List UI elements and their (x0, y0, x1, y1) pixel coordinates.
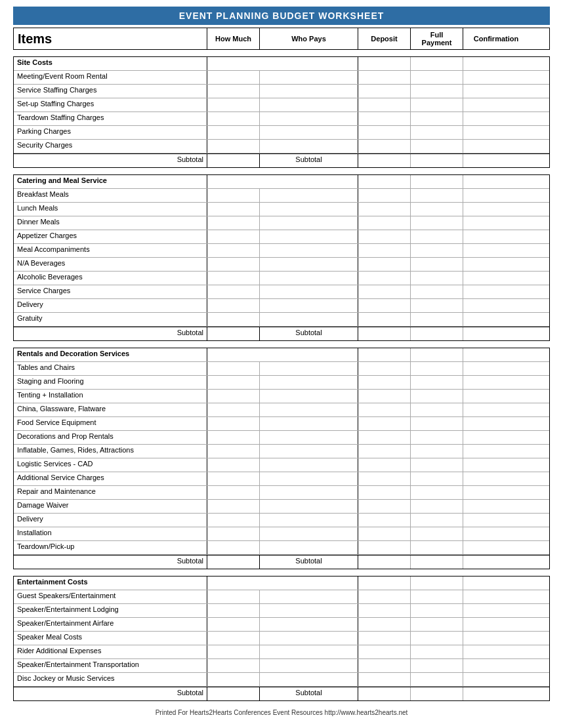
subtotal-how-much[interactable] (207, 556, 260, 569)
row-deposit[interactable] (358, 203, 411, 216)
subtotal-confirmation[interactable] (463, 327, 529, 340)
row-deposit[interactable] (358, 472, 411, 485)
row-confirmation[interactable] (463, 313, 529, 326)
subtotal-payment[interactable] (411, 327, 463, 340)
row-deposit[interactable] (358, 514, 411, 527)
row-who-pays[interactable] (260, 272, 358, 285)
row-payment[interactable] (411, 431, 463, 444)
section-header-payment[interactable] (411, 576, 463, 590)
row-who-pays[interactable] (260, 673, 358, 686)
row-deposit[interactable] (358, 500, 411, 513)
section-header-who-pays[interactable] (260, 348, 358, 361)
row-how-much[interactable] (207, 390, 260, 403)
row-payment[interactable] (411, 458, 463, 472)
row-who-pays[interactable] (260, 244, 358, 257)
row-who-pays[interactable] (260, 445, 358, 458)
subtotal-payment[interactable] (411, 556, 463, 569)
row-who-pays[interactable] (260, 203, 358, 216)
row-who-pays[interactable] (260, 376, 358, 389)
row-confirmation[interactable] (463, 362, 529, 375)
row-who-pays[interactable] (260, 189, 358, 202)
row-payment[interactable] (411, 313, 463, 326)
subtotal-confirmation[interactable] (463, 687, 529, 700)
row-confirmation[interactable] (463, 541, 529, 554)
row-payment[interactable] (411, 299, 463, 312)
row-payment[interactable] (411, 85, 463, 98)
row-confirmation[interactable] (463, 527, 529, 540)
row-deposit[interactable] (358, 604, 411, 617)
row-deposit[interactable] (358, 445, 411, 458)
row-confirmation[interactable] (463, 604, 529, 617)
row-confirmation[interactable] (463, 659, 529, 672)
row-payment[interactable] (411, 376, 463, 389)
row-payment[interactable] (411, 417, 463, 430)
row-deposit[interactable] (358, 126, 411, 139)
row-who-pays[interactable] (260, 258, 358, 271)
row-payment[interactable] (411, 112, 463, 125)
row-how-much[interactable] (207, 472, 260, 485)
section-header-how-much[interactable] (207, 57, 260, 70)
section-header-deposit[interactable] (358, 57, 411, 70)
row-who-pays[interactable] (260, 112, 358, 125)
section-header-confirmation[interactable] (463, 576, 529, 590)
row-deposit[interactable] (358, 189, 411, 202)
row-payment[interactable] (411, 362, 463, 375)
row-deposit[interactable] (358, 216, 411, 230)
row-how-much[interactable] (207, 285, 260, 298)
row-deposit[interactable] (358, 230, 411, 243)
row-payment[interactable] (411, 189, 463, 202)
row-how-much[interactable] (207, 98, 260, 111)
row-deposit[interactable] (358, 390, 411, 403)
row-confirmation[interactable] (463, 216, 529, 230)
row-payment[interactable] (411, 527, 463, 540)
row-who-pays[interactable] (260, 403, 358, 416)
row-who-pays[interactable] (260, 458, 358, 472)
row-deposit[interactable] (358, 112, 411, 125)
row-confirmation[interactable] (463, 126, 529, 139)
row-how-much[interactable] (207, 514, 260, 527)
row-who-pays[interactable] (260, 486, 358, 499)
row-who-pays[interactable] (260, 85, 358, 98)
row-who-pays[interactable] (260, 514, 358, 527)
row-how-much[interactable] (207, 403, 260, 416)
subtotal-confirmation[interactable] (463, 556, 529, 569)
row-how-much[interactable] (207, 541, 260, 554)
row-deposit[interactable] (358, 673, 411, 686)
row-confirmation[interactable] (463, 500, 529, 513)
row-deposit[interactable] (358, 541, 411, 554)
row-confirmation[interactable] (463, 645, 529, 658)
row-payment[interactable] (411, 98, 463, 111)
row-payment[interactable] (411, 500, 463, 513)
row-how-much[interactable] (207, 645, 260, 658)
row-deposit[interactable] (358, 618, 411, 631)
row-deposit[interactable] (358, 258, 411, 271)
subtotal-deposit[interactable] (358, 154, 411, 167)
row-confirmation[interactable] (463, 85, 529, 98)
row-payment[interactable] (411, 126, 463, 139)
section-header-how-much[interactable] (207, 576, 260, 590)
section-header-payment[interactable] (411, 348, 463, 361)
row-who-pays[interactable] (260, 285, 358, 298)
row-payment[interactable] (411, 285, 463, 298)
row-how-much[interactable] (207, 313, 260, 326)
row-confirmation[interactable] (463, 140, 529, 153)
row-deposit[interactable] (358, 458, 411, 472)
row-how-much[interactable] (207, 244, 260, 257)
row-deposit[interactable] (358, 362, 411, 375)
row-who-pays[interactable] (260, 500, 358, 513)
section-header-who-pays[interactable] (260, 57, 358, 70)
row-who-pays[interactable] (260, 527, 358, 540)
subtotal-how-much[interactable] (207, 154, 260, 167)
row-payment[interactable] (411, 618, 463, 631)
row-payment[interactable] (411, 604, 463, 617)
subtotal-confirmation[interactable] (463, 154, 529, 167)
row-who-pays[interactable] (260, 299, 358, 312)
row-how-much[interactable] (207, 230, 260, 243)
row-deposit[interactable] (358, 645, 411, 658)
section-header-deposit[interactable] (358, 576, 411, 590)
section-header-deposit[interactable] (358, 175, 411, 188)
row-how-much[interactable] (207, 618, 260, 631)
row-how-much[interactable] (207, 500, 260, 513)
row-deposit[interactable] (358, 71, 411, 84)
row-deposit[interactable] (358, 431, 411, 444)
